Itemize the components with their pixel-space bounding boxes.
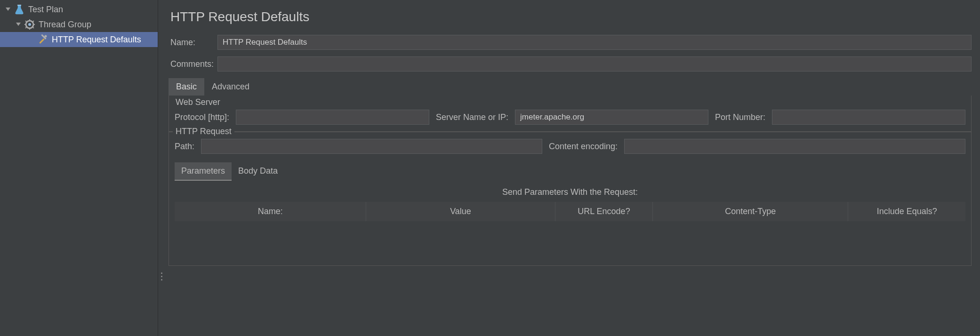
sub-tab-parameters[interactable]: Parameters [175,162,232,181]
port-input[interactable] [772,110,965,125]
tree-node-http-request-defaults[interactable]: HTTP Request Defaults [0,32,158,47]
params-col-content-type[interactable]: Content-Type [653,202,848,221]
port-label: Port Number: [715,112,765,122]
chevron-down-icon[interactable] [5,6,11,13]
name-input[interactable] [217,35,972,50]
svg-point-15 [45,35,47,38]
tree-node-thread-group[interactable]: Thread Group [0,17,158,32]
svg-rect-1 [17,5,21,6]
tree-label-thread-group: Thread Group [39,20,91,30]
comments-label: Comments: [170,59,217,69]
tree-label-http-defaults: HTTP Request Defaults [52,35,141,45]
params-col-include-equals[interactable]: Include Equals? [848,202,965,221]
splitter-grip-icon [161,272,162,280]
sub-tabs: Parameters Body Data [175,162,965,181]
server-name-label: Server Name or IP: [436,112,508,122]
sub-tab-body-data[interactable]: Body Data [232,162,284,181]
name-label: Name: [170,38,217,48]
server-name-input[interactable] [515,110,708,125]
tree-node-test-plan[interactable]: Test Plan [0,2,158,17]
flask-icon [14,4,24,15]
content-encoding-label: Content encoding: [549,142,618,152]
svg-rect-6 [29,28,30,30]
tab-advanced[interactable]: Advanced [204,78,257,96]
comments-input[interactable] [217,56,972,72]
svg-rect-7 [24,24,26,25]
main-tabs: Basic Advanced [169,78,972,96]
gear-icon [24,19,35,30]
web-server-legend: Web Server [173,97,223,107]
params-table-body[interactable] [175,221,965,259]
protocol-label: Protocol [http]: [175,112,229,122]
http-request-legend: HTTP Request [173,127,234,136]
tools-icon [38,34,48,45]
tree-panel: Test Plan Thread Group [0,0,158,336]
chevron-down-icon[interactable] [15,21,22,28]
svg-marker-0 [6,8,10,11]
svg-marker-2 [16,23,21,26]
svg-rect-5 [29,19,30,21]
params-section-title: Send Parameters With the Request: [175,181,965,202]
content-encoding-input[interactable] [624,139,965,154]
path-label: Path: [175,142,194,152]
params-table: Name: Value URL Encode? Content-Type Inc… [175,202,965,221]
path-input[interactable] [201,139,542,154]
splitter-handle[interactable] [158,0,165,336]
svg-rect-8 [33,24,35,25]
svg-point-4 [28,23,31,26]
params-col-value[interactable]: Value [366,202,555,221]
params-col-name[interactable]: Name: [175,202,366,221]
tree-label-test-plan: Test Plan [28,5,63,15]
protocol-input[interactable] [236,110,429,125]
main-panel: HTTP Request Defaults Name: Comments: Ba… [165,0,980,336]
params-col-url-encode[interactable]: URL Encode? [555,202,653,221]
page-title: HTTP Request Defaults [170,9,972,24]
tab-basic[interactable]: Basic [169,78,204,96]
svg-rect-13 [39,39,44,44]
